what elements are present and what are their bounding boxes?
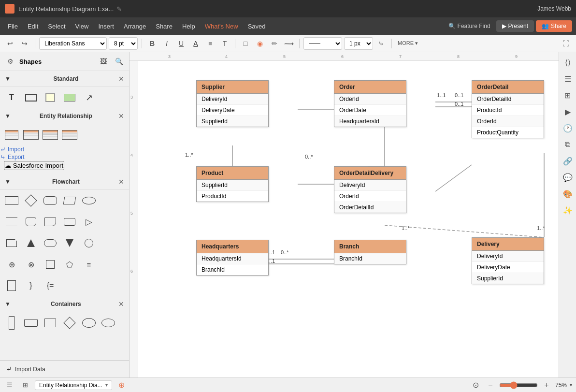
add-page-button[interactable]: ⊕ — [116, 379, 128, 391]
fc-curly-shape[interactable]: {= — [43, 278, 58, 293]
underline-button[interactable]: U — [175, 37, 187, 50]
standard-close-button[interactable]: ✕ — [118, 75, 124, 83]
magic-icon[interactable]: ✨ — [561, 203, 575, 218]
zoom-in-button[interactable]: + — [541, 379, 552, 391]
entity-delivery[interactable]: Delivery DeliveryId DeliveryDate Supplie… — [472, 237, 544, 284]
fc-braces-shape[interactable]: } — [23, 278, 39, 293]
menu-whats-new[interactable]: What's New — [201, 21, 242, 32]
zoom-out-button[interactable]: − — [485, 379, 496, 391]
salesforce-import-button[interactable]: ☁ Salesforce Import — [4, 161, 64, 170]
style-icon[interactable]: 🎨 — [561, 187, 575, 201]
fill-color-button[interactable]: ◉ — [254, 37, 266, 50]
er-close-button[interactable]: ✕ — [118, 112, 124, 120]
edit-icon[interactable]: ✎ — [116, 5, 122, 13]
bold-button[interactable]: B — [146, 37, 158, 50]
fc-smallrect-shape[interactable] — [43, 257, 58, 272]
line-width-select[interactable]: 1 px — [344, 37, 373, 50]
zoom-slider[interactable] — [499, 381, 538, 389]
fc-trap-shape[interactable] — [23, 235, 39, 251]
insert-icon[interactable]: ⊞ — [561, 88, 575, 102]
waypoint-button[interactable]: ⟿ — [283, 37, 295, 50]
canvas-area[interactable]: 3 4 5 6 7 8 9 3 4 5 6 — [130, 52, 559, 377]
text-format-button[interactable]: T — [218, 37, 231, 50]
fc-roundrect3-shape[interactable] — [43, 235, 58, 251]
redo-button[interactable]: ↪ — [18, 37, 31, 50]
menu-saved[interactable]: Saved — [244, 21, 270, 32]
export-button[interactable]: ⤷ Export — [0, 153, 25, 161]
ct-wide-shape[interactable] — [23, 315, 39, 331]
menu-insert[interactable]: Insert — [94, 21, 118, 32]
menu-share[interactable]: Share — [152, 21, 176, 32]
fc-pentagon-shape[interactable]: ⬠ — [62, 257, 77, 272]
export-panel-icon[interactable]: ▶ — [561, 104, 575, 119]
chat-icon[interactable]: 💬 — [561, 170, 575, 185]
entity-product[interactable]: Product SupplierId ProductId — [196, 166, 269, 202]
menu-file[interactable]: File — [4, 21, 22, 32]
fill-shape-button[interactable]: □ — [239, 37, 252, 50]
note-shape[interactable] — [43, 90, 58, 105]
clock-icon[interactable]: 🕐 — [561, 121, 575, 135]
import-button[interactable]: ⤶ Import — [0, 145, 24, 153]
fc-circle-shape[interactable] — [81, 235, 97, 251]
entity-orderdetaildelivery[interactable]: OrderDetailDelivery DeliveryId OrderId O… — [334, 166, 406, 213]
text-shape[interactable]: T — [4, 90, 19, 105]
fc-roundrect2-shape[interactable] — [62, 214, 77, 230]
zoom-dropdown-icon[interactable]: ▾ — [570, 382, 572, 388]
layers-icon[interactable]: ⧉ — [561, 137, 575, 152]
ct-pill-shape[interactable] — [101, 315, 116, 331]
ct-oval-shape[interactable] — [81, 315, 97, 331]
sidebar-toggle-icon[interactable]: ⟨⟩ — [561, 55, 575, 70]
present-button[interactable]: ▶ Present — [496, 20, 534, 32]
containers-close-button[interactable]: ✕ — [118, 300, 124, 308]
er-table-3[interactable] — [43, 127, 58, 143]
font-family-select[interactable]: Liberation Sans — [39, 37, 107, 50]
line-style-select[interactable]: —— — [303, 37, 342, 50]
fc-xcirc-shape[interactable]: ⊗ — [23, 257, 39, 272]
fc-roundrect-shape[interactable] — [43, 193, 58, 208]
more-button[interactable]: MORE ▾ — [396, 37, 420, 50]
menu-select[interactable]: Select — [44, 21, 69, 32]
entity-orderdetail[interactable]: OrderDetail OrderDetailId ProductId Orde… — [472, 80, 544, 138]
font-color-button[interactable]: A — [189, 37, 202, 50]
image-icon[interactable]: 🖼 — [97, 55, 110, 68]
feature-find[interactable]: 🔍 Feature Find — [445, 21, 494, 31]
menu-edit[interactable]: Edit — [24, 21, 42, 32]
italic-button[interactable]: I — [160, 37, 173, 50]
menu-view[interactable]: View — [72, 21, 93, 32]
flowchart-section-header[interactable]: ▼ Flowchart ✕ — [0, 174, 129, 190]
containers-section-header[interactable]: ▼ Containers ✕ — [0, 296, 129, 312]
fc-bullet-list-shape[interactable]: ≡ — [81, 257, 97, 272]
entity-order[interactable]: Order OrderId OrderDate HeadquartersId — [334, 80, 406, 127]
fc-hexagon-shape[interactable] — [4, 214, 19, 230]
fc-arrow-shape[interactable]: ▷ — [81, 214, 97, 230]
line-color-button[interactable]: ✏ — [268, 37, 281, 50]
format-icon[interactable]: ☰ — [561, 72, 575, 86]
rect-shape[interactable] — [23, 90, 39, 105]
fc-doc-shape[interactable] — [43, 214, 58, 230]
entity-headquarters[interactable]: Headquarters HeadquartersId BranchId — [196, 240, 269, 276]
undo-button[interactable]: ↩ — [4, 37, 16, 50]
list-view-button[interactable]: ☰ — [4, 379, 15, 391]
fc-cylinder-shape[interactable] — [23, 214, 39, 230]
colored-rect-shape[interactable] — [62, 90, 77, 105]
page-tab[interactable]: Entity Relationship Dia... ▾ — [35, 380, 112, 390]
share-button[interactable]: 👥 Share — [536, 20, 572, 32]
fc-invtri-shape[interactable] — [62, 235, 77, 251]
import-data-button[interactable]: ⤶ Import Data — [0, 360, 129, 377]
link-icon[interactable]: 🔗 — [561, 154, 575, 168]
diagram-canvas[interactable]: 1..1 0..1 0..1 0..* 1..* 1..* 1..* 1..1 … — [138, 61, 559, 377]
menu-help[interactable]: Help — [178, 21, 199, 32]
grid-view-button[interactable]: ⊞ — [19, 379, 31, 391]
er-table-1[interactable] — [4, 127, 19, 143]
expand-button[interactable]: ⛶ — [560, 37, 572, 50]
entity-branch[interactable]: Branch BranchId — [334, 240, 406, 264]
fc-fold-shape[interactable] — [4, 235, 19, 251]
fc-ellipse-shape[interactable] — [81, 193, 97, 208]
flowchart-close-button[interactable]: ✕ — [118, 178, 124, 186]
ct-rect-shape[interactable] — [43, 315, 58, 331]
entity-supplier[interactable]: Supplier DeliveryId DeliveryDate Supplie… — [196, 80, 269, 127]
fc-diamond-shape[interactable] — [23, 193, 39, 208]
ct-tall-shape[interactable] — [4, 315, 19, 331]
fc-parallelogram-shape[interactable] — [62, 193, 77, 208]
er-table-2[interactable] — [23, 127, 39, 143]
